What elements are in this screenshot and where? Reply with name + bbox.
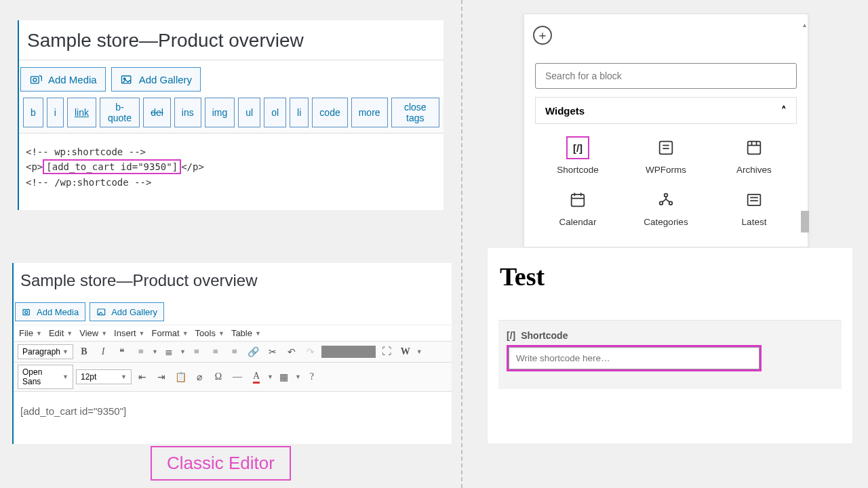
- block-label: Archives: [736, 165, 772, 175]
- align-left-button[interactable]: ≡: [189, 344, 205, 360]
- text-color-button[interactable]: A: [248, 369, 264, 385]
- code-line: <!-- /wp:shortcode -->: [26, 175, 437, 190]
- camera-music-icon: [22, 306, 33, 317]
- block-calendar[interactable]: Calendar: [535, 183, 620, 232]
- qt-ins[interactable]: ins: [174, 98, 201, 127]
- camera-music-icon: [29, 73, 43, 86]
- clear-format-button[interactable]: ⌀: [191, 369, 208, 385]
- toolbar-divider: [321, 346, 376, 358]
- blockquote-button[interactable]: ❝: [114, 344, 130, 360]
- font-size-select[interactable]: 12pt▼: [76, 369, 132, 384]
- indent-button[interactable]: ⇥: [153, 369, 170, 385]
- archives-icon: [743, 136, 766, 159]
- widgets-category-toggle[interactable]: Widgets ˄: [535, 97, 797, 124]
- menu-view[interactable]: View▼: [79, 328, 107, 338]
- block-search-input[interactable]: Search for a block: [535, 63, 797, 89]
- bullet-list-button[interactable]: ≡: [133, 344, 149, 360]
- block-label: Categories: [644, 217, 688, 227]
- add-gallery-button[interactable]: Add Gallery: [111, 67, 201, 92]
- qt-link[interactable]: link: [67, 98, 96, 127]
- qt-b[interactable]: b: [23, 98, 43, 127]
- shortcode-icon: [/]: [507, 330, 515, 341]
- special-char-button[interactable]: Ω: [210, 369, 226, 385]
- calendar-icon: [566, 188, 589, 211]
- block-label: WPForms: [646, 165, 686, 175]
- block-categories[interactable]: Categories: [623, 183, 709, 232]
- align-center-button[interactable]: ≡: [208, 344, 224, 360]
- post-title[interactable]: Test: [488, 248, 852, 308]
- classic-editor-label: Classic Editor: [151, 446, 291, 481]
- block-inserter-panel: Search for a block Widgets ˄ [/] Shortco…: [524, 14, 808, 247]
- qt-i[interactable]: i: [47, 98, 64, 127]
- align-right-button[interactable]: ≡: [226, 344, 243, 360]
- add-block-button[interactable]: ＋: [533, 26, 552, 45]
- menu-format[interactable]: Format▼: [152, 328, 189, 338]
- menu-edit[interactable]: Edit▼: [49, 328, 73, 338]
- quicktags-toolbar: b i link b-quote del ins img ul ol li co…: [19, 96, 443, 133]
- menu-file[interactable]: File▼: [19, 328, 42, 338]
- qt-img[interactable]: img: [205, 98, 235, 127]
- menu-insert[interactable]: Insert▼: [114, 328, 144, 338]
- classic-text-editor: Sample store—Product overview Add Media …: [18, 20, 443, 210]
- block-latest[interactable]: Latest: [711, 183, 797, 232]
- qt-more[interactable]: more: [351, 98, 388, 127]
- gutenberg-editor-canvas: Test [/] Shortcode: [487, 247, 853, 444]
- qt-bquote[interactable]: b-quote: [100, 98, 140, 127]
- categories-icon: [654, 188, 677, 211]
- code-fragment: <p>: [26, 161, 43, 172]
- add-media-label: Add Media: [48, 74, 97, 85]
- block-wpforms[interactable]: WPForms: [623, 131, 709, 180]
- qt-code[interactable]: code: [312, 98, 347, 127]
- block-label: Calendar: [559, 217, 597, 227]
- svg-point-3: [123, 78, 125, 80]
- block-archives[interactable]: Archives: [711, 131, 797, 180]
- bold-button[interactable]: B: [76, 344, 92, 360]
- svg-rect-14: [572, 195, 585, 207]
- svg-rect-0: [31, 77, 39, 83]
- number-list-button[interactable]: ≣: [161, 344, 177, 360]
- qt-ol[interactable]: ol: [264, 98, 286, 127]
- unlink-button[interactable]: ✂: [264, 344, 281, 360]
- redo-button[interactable]: ↷: [302, 344, 319, 360]
- qt-ul[interactable]: ul: [238, 98, 260, 127]
- shortcode-block[interactable]: [/] Shortcode: [498, 320, 842, 389]
- category-label: Widgets: [545, 105, 585, 117]
- svg-rect-7: [660, 142, 673, 155]
- paste-button[interactable]: 📋: [172, 369, 189, 385]
- table-button[interactable]: ▦: [276, 369, 292, 385]
- add-media-button[interactable]: Add Media: [15, 302, 85, 321]
- svg-rect-21: [748, 195, 761, 205]
- svg-rect-4: [23, 310, 29, 315]
- link-button[interactable]: 🔗: [245, 344, 262, 360]
- code-line: <p>[add_to_cart id="9350"]</p>: [26, 159, 437, 174]
- wp-toolbar-toggle[interactable]: W: [397, 344, 414, 360]
- format-select[interactable]: Paragraph▼: [18, 344, 73, 359]
- qt-li[interactable]: li: [290, 98, 309, 127]
- help-button[interactable]: ?: [304, 369, 320, 385]
- post-title[interactable]: Sample store—Product overview: [14, 263, 452, 297]
- italic-button[interactable]: I: [95, 344, 111, 360]
- shortcode-block-label: Shortcode: [521, 330, 568, 341]
- qt-closetags[interactable]: close tags: [391, 98, 439, 127]
- add-gallery-label: Add Gallery: [139, 74, 192, 85]
- hr-button[interactable]: —: [229, 369, 245, 385]
- qt-del[interactable]: del: [143, 98, 171, 127]
- block-shortcode[interactable]: [/] Shortcode: [535, 131, 620, 180]
- fullscreen-button[interactable]: ⛶: [378, 344, 395, 360]
- outdent-button[interactable]: ⇤: [134, 369, 151, 385]
- menu-tools[interactable]: Tools▼: [195, 328, 224, 338]
- add-media-button[interactable]: Add Media: [20, 67, 106, 92]
- font-select[interactable]: Open Sans▼: [18, 365, 73, 389]
- menu-table[interactable]: Table▼: [231, 328, 261, 338]
- shortcode-input[interactable]: [509, 347, 760, 369]
- scrollbar[interactable]: ▴: [801, 21, 809, 238]
- shortcode-icon: [/]: [566, 136, 589, 159]
- visual-editor-body[interactable]: [add_to_cart id="9350"]: [14, 392, 452, 444]
- text-editor-body[interactable]: <!-- wp:shortcode --> <p>[add_to_cart id…: [19, 133, 443, 210]
- post-title[interactable]: Sample store—Product overview: [19, 20, 443, 60]
- wpforms-icon: [654, 136, 677, 159]
- shortcode-input-highlight: [507, 345, 762, 371]
- svg-rect-10: [748, 142, 761, 155]
- undo-button[interactable]: ↶: [283, 344, 300, 360]
- add-gallery-button[interactable]: Add Gallery: [90, 302, 164, 321]
